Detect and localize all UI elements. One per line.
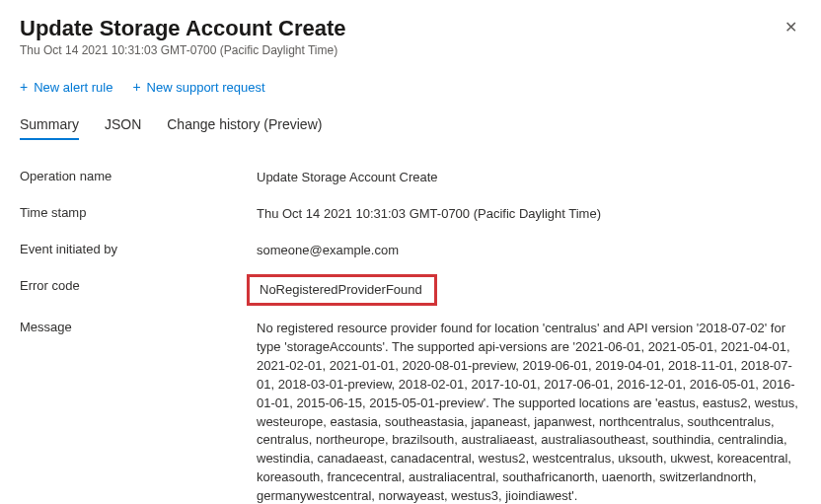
row-operation-name: Operation name Update Storage Account Cr… bbox=[20, 160, 801, 196]
page-subtitle: Thu Oct 14 2021 10:31:03 GMT-0700 (Pacif… bbox=[20, 43, 345, 57]
value-message: No registered resource provider found fo… bbox=[257, 320, 801, 504]
page-title: Update Storage Account Create bbox=[20, 16, 345, 41]
new-support-request-button[interactable]: + New support request bbox=[132, 79, 264, 95]
close-icon: ✕ bbox=[784, 19, 797, 36]
toolbar: + New alert rule + New support request bbox=[20, 79, 801, 95]
plus-icon: + bbox=[20, 79, 28, 95]
label-event-initiated-by: Event initiated by bbox=[20, 242, 257, 260]
value-error-code: NoRegisteredProviderFound bbox=[260, 282, 422, 297]
close-button[interactable]: ✕ bbox=[781, 16, 801, 38]
label-error-code: Error code bbox=[20, 278, 257, 303]
label-message: Message bbox=[20, 320, 257, 504]
tab-summary[interactable]: Summary bbox=[20, 116, 79, 140]
tab-bar: Summary JSON Change history (Preview) bbox=[20, 116, 801, 140]
error-code-highlight: NoRegisteredProviderFound bbox=[247, 274, 437, 307]
tab-json[interactable]: JSON bbox=[105, 116, 141, 140]
new-alert-rule-label: New alert rule bbox=[34, 80, 112, 95]
details-section: Operation name Update Storage Account Cr… bbox=[20, 160, 801, 504]
row-event-initiated-by: Event initiated by someone@example.com bbox=[20, 233, 801, 269]
tab-change-history[interactable]: Change history (Preview) bbox=[167, 116, 322, 140]
value-operation-name: Update Storage Account Create bbox=[257, 169, 801, 187]
plus-icon: + bbox=[132, 79, 140, 95]
label-time-stamp: Time stamp bbox=[20, 205, 257, 224]
value-time-stamp: Thu Oct 14 2021 10:31:03 GMT-0700 (Pacif… bbox=[257, 205, 801, 224]
value-error-code-wrap: NoRegisteredProviderFound bbox=[257, 278, 801, 303]
value-event-initiated-by: someone@example.com bbox=[257, 242, 801, 260]
label-operation-name: Operation name bbox=[20, 169, 257, 187]
row-message: Message No registered resource provider … bbox=[20, 311, 801, 504]
row-error-code: Error code NoRegisteredProviderFound bbox=[20, 269, 801, 312]
new-alert-rule-button[interactable]: + New alert rule bbox=[20, 79, 112, 95]
new-support-request-label: New support request bbox=[147, 80, 265, 95]
row-time-stamp: Time stamp Thu Oct 14 2021 10:31:03 GMT-… bbox=[20, 196, 801, 233]
